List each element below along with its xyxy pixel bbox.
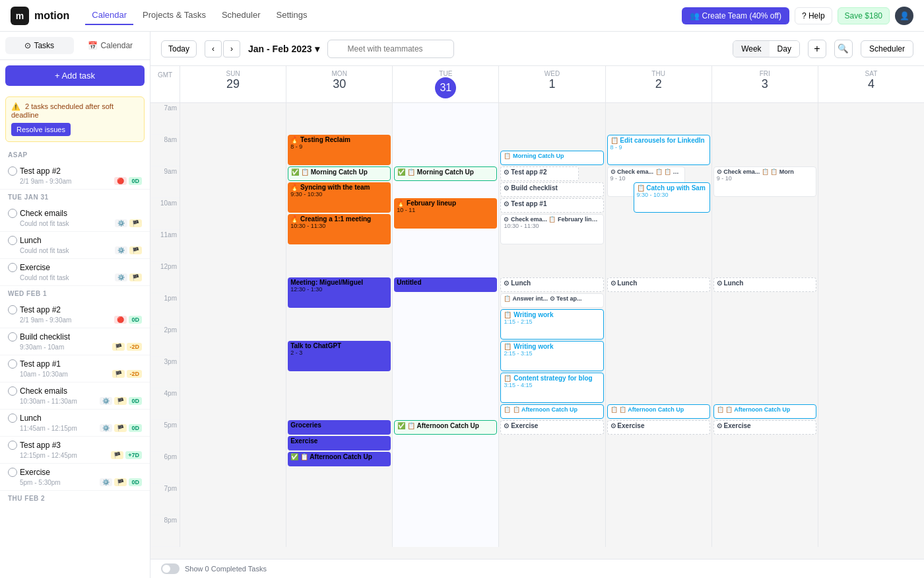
event-exercise-fri[interactable]: ⊙ Exercise	[713, 420, 816, 435]
event-time: 10 - 11	[397, 207, 494, 213]
day-num: 3	[715, 77, 815, 91]
logo[interactable]: m motion	[11, 7, 69, 25]
calendar-body: 7am 8am 9am 10am 11am 12pm 1pm 2pm 3pm 4…	[150, 103, 924, 547]
nav-scheduler[interactable]: Scheduler	[215, 6, 267, 25]
event-title: 📋 📋 Afternoon Catch Up	[717, 406, 813, 413]
task-item[interactable]: Build checklist 9:30am - 10am🏴-2D	[0, 328, 150, 355]
event-morning-catchup-mon[interactable]: ✅ 📋 Morning Catch Up	[288, 166, 391, 181]
event-afternoon-fri[interactable]: 📋 📋 Afternoon Catch Up	[713, 404, 816, 419]
task-item[interactable]: Check emails Could not fit task⚙️🏴	[0, 205, 150, 232]
add-view-button[interactable]: +	[808, 40, 826, 58]
event-lunch-wed[interactable]: ⊙ Lunch	[500, 277, 603, 292]
nav-projects[interactable]: Projects & Tasks	[136, 6, 213, 25]
prev-button[interactable]: ‹	[205, 40, 222, 57]
event-afternoon-mon[interactable]: ✅ 📋 Afternoon Catch Up	[288, 452, 391, 466]
task-item[interactable]: Check emails 10:30am - 11:30am⚙️🏴0D	[0, 382, 150, 410]
task-name: Check emails	[8, 209, 142, 218]
event-catchup-sam[interactable]: 📋 Catch up with Sam 9:30 - 10:30	[634, 182, 710, 213]
event-exercise-wed[interactable]: ⊙ Exercise	[500, 420, 603, 435]
event-afternoon-tue[interactable]: ✅ 📋 Afternoon Catch Up	[394, 420, 497, 435]
day-name: Tue	[395, 70, 496, 77]
task-item[interactable]: Exercise 5pm - 5:30pm⚙️🏴0D	[0, 464, 150, 491]
calendar-search-input[interactable]	[327, 40, 454, 58]
event-edit-carousels[interactable]: 📋 Edit carousels for LinkedIn 8 - 9	[607, 135, 710, 165]
time-slot: 8am	[150, 135, 180, 166]
nav-calendar[interactable]: Calendar	[85, 6, 133, 25]
add-task-button[interactable]: + Add task	[5, 65, 145, 86]
event-title: ✅ 📋 Morning Catch Up	[291, 168, 387, 176]
icon-badge: ⚙️	[100, 424, 112, 432]
event-checkema-wed[interactable]: ⊙ Check ema... 📋 February lineup 10:30 -…	[500, 214, 603, 244]
task-meta: 11:45am - 12:15pm⚙️🏴0D	[8, 424, 142, 432]
event-writing2-wed[interactable]: 📋 Writing work 2:15 - 3:15	[500, 341, 603, 371]
event-title: ⊙ Check ema... 📋 📋 Morn	[610, 168, 682, 175]
task-item[interactable]: Test app #1 10am - 10:30am🏴-2D	[0, 355, 150, 382]
user-avatar[interactable]: 👤	[895, 7, 913, 25]
event-morning-catchup-wed[interactable]: 📋 Morning Catch Up	[500, 151, 603, 165]
task-flags: ⚙️🏴	[115, 273, 142, 281]
event-build-checklist-wed[interactable]: ⊙ Build checklist	[500, 182, 603, 197]
event-afternoon-thu[interactable]: 📋 📋 Afternoon Catch Up	[607, 404, 710, 419]
event-testapp2-wed[interactable]: ⊙ Test app #2	[500, 166, 578, 181]
task-circle	[8, 305, 17, 314]
day-view-button[interactable]: Day	[770, 41, 799, 57]
completed-toggle[interactable]	[161, 563, 180, 574]
nav-settings[interactable]: Settings	[270, 6, 314, 25]
task-item[interactable]: Lunch Could not fit task⚙️🏴	[0, 232, 150, 259]
task-meta: Could not fit task⚙️🏴	[8, 246, 142, 254]
icon-badge: ⚙️	[115, 273, 127, 281]
event-title: 🔥 Testing Reclaim	[290, 136, 388, 143]
resolve-button[interactable]: Resolve issues	[11, 123, 71, 136]
task-item[interactable]: Test app #3 12:15pm - 12:45pm🏴+7D	[0, 437, 150, 464]
event-title: 🔥 February lineup	[397, 199, 494, 207]
task-item[interactable]: Exercise Could not fit task⚙️🏴	[0, 259, 150, 286]
time-badge: +7D	[125, 451, 142, 459]
time-badge: -2D	[127, 370, 142, 378]
event-exercise-mon[interactable]: Exercise	[288, 436, 391, 451]
task-item[interactable]: Lunch 11:45am - 12:15pm⚙️🏴0D	[0, 410, 150, 437]
event-testapp1-wed[interactable]: ⊙ Test app #1	[500, 198, 603, 213]
event-chatgpt[interactable]: Talk to ChatGPT 2 - 3	[288, 341, 391, 371]
tab-tasks[interactable]: ⊙ Tasks	[5, 37, 74, 54]
flag-badge: 🏴	[129, 273, 142, 281]
task-flags: ⚙️🏴0D	[100, 478, 142, 486]
event-feb-lineup[interactable]: 🔥 February lineup 10 - 11	[394, 198, 497, 229]
create-team-label: Create Team (40% off)	[702, 11, 781, 20]
search-calendar-button[interactable]: 🔍	[834, 40, 853, 58]
create-team-button[interactable]: 👥 Create Team (40% off)	[682, 7, 789, 24]
task-time: 12:15pm - 12:45pm	[20, 452, 77, 459]
scheduler-button[interactable]: Scheduler	[861, 40, 913, 57]
event-testing-reclaim[interactable]: 🔥 Testing Reclaim 8 - 9	[288, 135, 391, 165]
task-meta: 5pm - 5:30pm⚙️🏴0D	[8, 478, 142, 486]
event-afternoon-wed[interactable]: 📋 📋 Afternoon Catch Up	[500, 404, 603, 419]
event-groceries[interactable]: Groceries	[288, 420, 391, 435]
task-flags: ⚙️🏴0D	[100, 424, 142, 432]
event-lunch-fri[interactable]: ⊙ Lunch	[713, 277, 816, 292]
date-range[interactable]: Jan - Feb 2023 ▾	[248, 44, 319, 54]
event-lunch-thu[interactable]: ⊙ Lunch	[607, 277, 710, 292]
today-button[interactable]: Today	[161, 40, 197, 57]
time-slot: 10am	[150, 198, 180, 230]
event-syncing[interactable]: 🔥 Syncing with the team 9:30 - 10:30	[288, 182, 391, 213]
tab-calendar[interactable]: 📅 Calendar	[77, 37, 145, 54]
event-checkema-fri[interactable]: ⊙ Check ema... 📋 📋 Morn 9 - 10	[713, 166, 816, 197]
save-button[interactable]: Save $180	[838, 7, 890, 24]
event-content-wed[interactable]: 📋 Content strategy for blog 3:15 - 4:15	[500, 373, 603, 403]
event-meeting-miguel[interactable]: Meeting: Miguel/Miguel 12:30 - 1:30	[288, 277, 391, 308]
event-untitled[interactable]: Untitled	[394, 277, 497, 292]
event-morning-catchup-tue[interactable]: ✅ 📋 Morning Catch Up	[394, 166, 497, 181]
task-item[interactable]: Test app #2 2/1 9am - 9:30am🔴0D	[0, 301, 150, 328]
task-meta: 10:30am - 11:30am⚙️🏴0D	[8, 397, 142, 405]
event-time: 12:30 - 1:30	[290, 286, 388, 293]
task-item[interactable]: Test app #2 2/1 9am - 9:30am 🔴 0D	[0, 163, 150, 190]
event-creating-meeting[interactable]: 🔥 Creating a 1:1 meeting 10:30 - 11:30	[288, 214, 391, 244]
week-view-button[interactable]: Week	[733, 41, 769, 57]
flag-badge: 🏴	[129, 246, 142, 254]
next-button[interactable]: ›	[223, 40, 240, 57]
event-answer-wed[interactable]: 📋 Answer int... ⊙ Test ap...	[500, 293, 603, 308]
event-writing1-wed[interactable]: 📋 Writing work 1:15 - 2:15	[500, 309, 603, 340]
help-button[interactable]: ? Help	[795, 7, 832, 24]
event-exercise-thu[interactable]: ⊙ Exercise	[607, 420, 710, 435]
time-badge: 0D	[129, 397, 142, 405]
day-col-tue: ✅ 📋 Morning Catch Up 🔥 February lineup 1…	[392, 103, 498, 547]
